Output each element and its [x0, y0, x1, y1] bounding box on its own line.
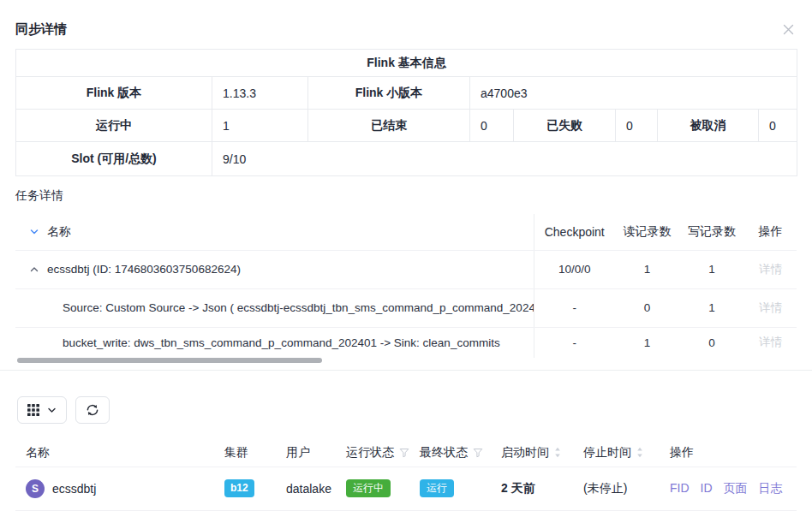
jobs-col-run-status: 运行状态 — [346, 445, 394, 461]
page-link[interactable]: 页面 — [724, 481, 748, 496]
task-detail-link[interactable]: 详情 — [759, 336, 782, 348]
task-write-count: 1 — [679, 288, 744, 327]
jobs-toolbar — [17, 396, 812, 424]
flink-minor-version-label: Flink 小版本 — [308, 77, 470, 110]
refresh-icon — [86, 403, 99, 417]
task-write-count: 0 — [679, 327, 744, 358]
job-start-time: 2 天前 — [491, 467, 573, 510]
sorter-icon[interactable] — [554, 447, 561, 458]
flink-info-table: Flink 基本信息 Flink 版本 1.13.3 Flink 小版本 a47… — [15, 49, 797, 176]
task-col-read: 读记录数 — [615, 214, 679, 250]
task-checkpoint: 10/0/0 — [534, 250, 615, 288]
running-value: 1 — [212, 110, 308, 142]
jobs-col-action: 操作 — [660, 439, 797, 467]
flink-version-label: Flink 版本 — [16, 77, 212, 110]
fid-link[interactable]: FID — [670, 481, 690, 496]
finished-value: 0 — [470, 110, 514, 142]
task-col-checkpoint: Checkpoint — [534, 214, 615, 250]
log-link[interactable]: 日志 — [759, 481, 783, 496]
refresh-button[interactable] — [75, 396, 110, 424]
filter-funnel-icon[interactable] — [473, 448, 483, 458]
horizontal-scrollbar-thumb[interactable] — [17, 358, 322, 363]
task-detail-link[interactable]: 详情 — [759, 263, 782, 276]
task-write-count: 1 — [679, 250, 744, 288]
collapse-row-chevron-up-icon[interactable] — [29, 264, 39, 275]
jobs-col-name: 名称 — [15, 439, 214, 467]
running-label: 运行中 — [16, 110, 212, 142]
job-user: datalake — [276, 467, 336, 510]
id-link[interactable]: ID — [701, 481, 713, 496]
run-status-badge: 运行中 — [346, 479, 391, 497]
task-header-row: 名称 Checkpoint 读记录数 写记录数 操作 — [15, 214, 797, 250]
task-read-count: 1 — [615, 327, 679, 358]
task-name: bucket_write: dws_tbn_sms_command_p_comm… — [15, 327, 534, 358]
task-read-count: 0 — [615, 288, 679, 327]
jobs-col-final-status: 最终状态 — [420, 445, 468, 461]
task-table: 名称 Checkpoint 读记录数 写记录数 操作 — [15, 214, 797, 358]
column-settings-button[interactable] — [17, 396, 67, 424]
canceled-value: 0 — [759, 110, 797, 142]
slot-value: 9/10 — [212, 142, 797, 176]
task-col-write: 写记录数 — [679, 214, 744, 250]
task-row-source: Source: Custom Source -> Json ( ecssdbtj… — [15, 288, 797, 327]
collapse-all-chevron-down-icon[interactable] — [29, 227, 39, 237]
canceled-label: 被取消 — [658, 110, 759, 142]
jobs-col-user: 用户 — [276, 439, 336, 467]
task-section-title: 任务详情 — [15, 188, 797, 204]
task-checkpoint: - — [534, 327, 615, 358]
task-row-sink: bucket_write: dws_tbn_sms_command_p_comm… — [15, 327, 797, 358]
job-stop-time: (未停止) — [573, 467, 660, 510]
jobs-table: 名称 集群 用户 运行状态 最终状态 — [15, 439, 797, 511]
sorter-icon[interactable] — [636, 447, 643, 458]
avatar: S — [26, 479, 45, 498]
jobs-col-stop-time: 停止时间 — [583, 445, 631, 461]
task-name: ecssdbtj (ID: 1746803603750682624) — [47, 263, 241, 276]
job-row: S ecssdbtj b12 datalake 运行中 运行 2 天前 (未停止… — [15, 467, 797, 510]
grid-icon — [27, 404, 39, 416]
jobs-col-start-time: 启动时间 — [501, 445, 549, 461]
failed-value: 0 — [616, 110, 658, 142]
filter-funnel-icon[interactable] — [399, 448, 409, 458]
section-divider — [0, 370, 812, 371]
task-row-parent: ecssdbtj (ID: 1746803603750682624) 10/0/… — [15, 250, 797, 288]
task-read-count: 1 — [615, 250, 679, 288]
jobs-header-row: 名称 集群 用户 运行状态 最终状态 — [15, 439, 797, 467]
task-col-name: 名称 — [47, 224, 71, 240]
flink-minor-version-value: a4700e3 — [470, 77, 797, 110]
job-name: ecssdbtj — [52, 482, 96, 496]
task-table-wrap: 名称 Checkpoint 读记录数 写记录数 操作 — [15, 214, 797, 358]
sync-detail-drawer: 同步详情 Flink 基本信息 Flink 版本 1.13.3 Flink 小版… — [0, 0, 812, 523]
final-status-badge: 运行 — [420, 479, 454, 497]
failed-label: 已失败 — [514, 110, 616, 142]
task-name: Source: Custom Source -> Json ( ecssdbtj… — [15, 288, 534, 327]
close-icon — [782, 23, 795, 36]
chevron-down-icon — [47, 406, 57, 415]
task-checkpoint: - — [534, 288, 615, 327]
slot-label: Slot (可用/总数) — [16, 142, 212, 176]
flink-version-value: 1.13.3 — [212, 77, 308, 110]
page-title: 同步详情 — [15, 21, 67, 38]
finished-label: 已结束 — [308, 110, 470, 142]
cluster-badge: b12 — [224, 479, 254, 497]
task-detail-link[interactable]: 详情 — [759, 301, 782, 314]
task-col-action: 操作 — [744, 214, 797, 250]
flink-info-title: Flink 基本信息 — [16, 50, 797, 77]
jobs-col-cluster: 集群 — [214, 439, 276, 467]
drawer-header: 同步详情 — [0, 0, 812, 43]
close-button[interactable] — [780, 21, 797, 38]
